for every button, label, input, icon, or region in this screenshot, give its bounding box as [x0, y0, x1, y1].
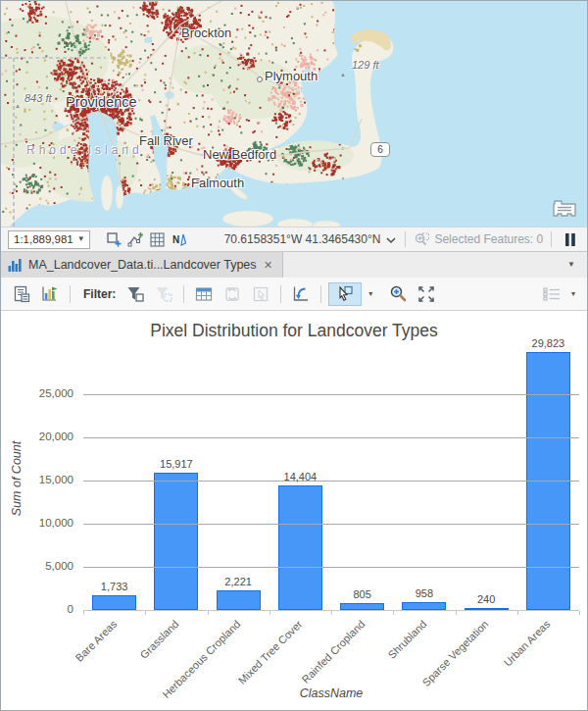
x-tick-mark [270, 611, 270, 615]
grid-button[interactable] [149, 229, 166, 249]
bar-value-label: 14,404 [261, 471, 339, 482]
tab-landcover-chart[interactable]: MA_Landcover_Data.ti...Landcover Types × [1, 252, 283, 278]
chart-panel: Pixel Distribution for Landcover Types S… [1, 311, 587, 710]
y-tick-label: 15,000 [1, 474, 74, 485]
new-chart-button[interactable] [37, 282, 63, 306]
view-tab-bar: MA_Landcover_Data.ti...Landcover Types ×… [1, 251, 587, 278]
x-tick-mark [145, 611, 146, 615]
bar[interactable] [217, 590, 261, 610]
coordinates-menu-chevron[interactable] [385, 230, 397, 248]
bar-chart-icon [7, 257, 23, 273]
bar-value-label: 1,733 [75, 581, 154, 592]
gridline [83, 437, 579, 438]
x-axis-line [83, 610, 579, 611]
gridline [83, 524, 579, 525]
selected-features-indicator[interactable]: Selected Features: 0 [414, 231, 543, 247]
separator [320, 285, 321, 303]
arcgis-window: BrocktonPlymouthProvidenceFall RiverNew … [0, 0, 588, 711]
zoom-in-button[interactable] [385, 282, 411, 306]
scale-combobox[interactable]: 1:1,889,981 ▼ [8, 230, 90, 249]
separator [183, 285, 184, 303]
separator [405, 231, 406, 247]
select-tool-dropdown[interactable]: ▾ [365, 290, 376, 298]
x-tick-mark [83, 611, 84, 615]
bar[interactable] [402, 602, 446, 610]
gridline [83, 394, 579, 395]
x-tick-mark [208, 611, 209, 615]
chart-properties-button[interactable] [9, 282, 34, 306]
new-map-extent-button[interactable] [106, 229, 122, 249]
bar[interactable] [92, 595, 136, 610]
x-tick-mark [331, 611, 332, 615]
bar[interactable] [340, 603, 384, 610]
dock-pane-icon[interactable] [552, 199, 577, 219]
bar-value-label: 2,221 [199, 576, 277, 587]
tab-title: MA_Landcover_Data.ti...Landcover Types [28, 258, 257, 272]
chevron-down-icon[interactable]: ▼ [74, 235, 89, 243]
selection-magnifier-icon [414, 231, 430, 247]
x-tick-mark [393, 611, 394, 615]
full-extent-button[interactable] [414, 282, 439, 306]
y-tick-label: 0 [1, 603, 74, 615]
series-list-dropdown[interactable]: ▾ [567, 290, 579, 298]
bar-value-label: 15,917 [137, 458, 216, 470]
selection-tools-button[interactable] [248, 282, 273, 306]
north-arrow-button[interactable]: N [171, 229, 187, 249]
map-view[interactable]: BrocktonPlymouthProvidenceFall RiverNew … [1, 1, 587, 227]
bar-value-label: 29,823 [509, 337, 587, 349]
map-status-bar: 1:1,889,981 ▼ N 70.6158351°W 41.3465430°… [1, 227, 587, 251]
basemap [1, 1, 587, 227]
close-icon[interactable]: × [263, 258, 274, 272]
pause-drawing-button[interactable] [560, 229, 581, 249]
x-tick-mark [456, 611, 457, 615]
filter-label: Filter: [83, 287, 116, 301]
chart-series-list-button[interactable] [539, 282, 564, 306]
y-tick-label: 20,000 [1, 431, 74, 442]
selected-features-label: Selected Features: 0 [434, 232, 543, 246]
separator [551, 231, 552, 247]
scale-value: 1:1,889,981 [9, 233, 74, 245]
separator [70, 285, 71, 303]
chart-plot: 1,73315,9172,22114,40480595824029,823 [83, 350, 579, 610]
bar[interactable] [278, 485, 322, 610]
x-tick-mark [579, 611, 580, 615]
bar-value-label: 240 [447, 593, 525, 605]
gridline [83, 567, 579, 568]
y-tick-label: 25,000 [1, 387, 74, 399]
flip-axes-button[interactable] [288, 282, 314, 306]
y-tick-label: 10,000 [1, 517, 74, 529]
bar[interactable] [154, 473, 198, 610]
refresh-chart-button[interactable] [220, 282, 245, 306]
filter-by-extent-button[interactable] [151, 282, 176, 306]
edit-features-button[interactable] [127, 229, 144, 249]
svg-text:N: N [172, 234, 179, 245]
coordinates-readout: 70.6158351°W 41.3465430°N [224, 232, 381, 246]
chart-title: Pixel Distribution for Landcover Types [1, 321, 587, 341]
x-tick-mark [517, 611, 518, 615]
y-tick-label: 5,000 [1, 560, 74, 572]
tab-list-dropdown[interactable]: ▼ [556, 252, 587, 278]
separator [280, 285, 281, 303]
chart-toolbar: Filter: ▾ [1, 278, 587, 311]
show-table-button[interactable] [191, 282, 217, 306]
select-tool-button[interactable] [328, 282, 362, 306]
filter-by-selection-button[interactable] [122, 282, 148, 306]
